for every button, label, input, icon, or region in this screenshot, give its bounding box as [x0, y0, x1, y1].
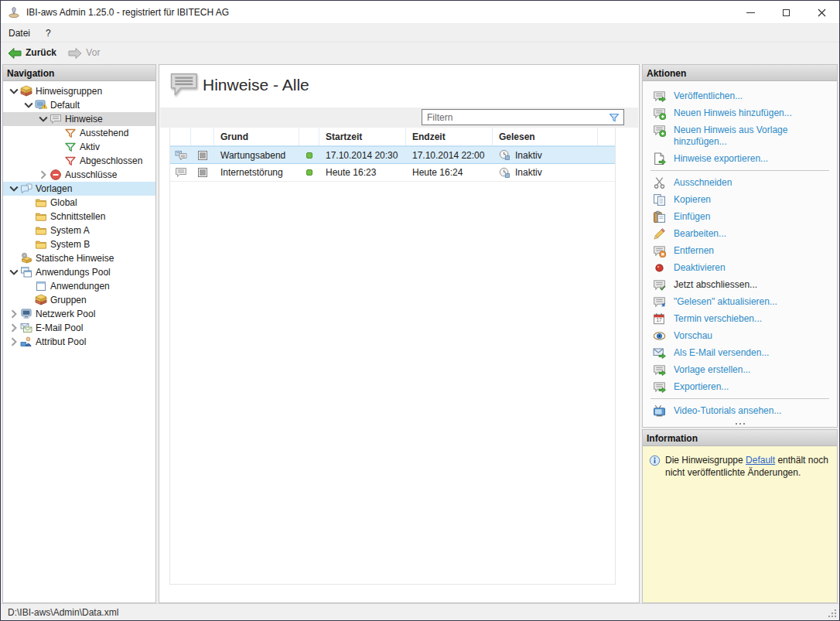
chevron-right-icon[interactable]: [8, 336, 20, 348]
default-group-link[interactable]: Default: [746, 455, 775, 466]
action-termin-verschieben[interactable]: 17Termin verschieben...: [643, 310, 837, 327]
action-hinweise-exportieren[interactable]: Hinweise exportieren...: [643, 150, 837, 167]
tree-item-label: Ausschlüsse: [65, 168, 120, 182]
tree-item-default[interactable]: Default: [3, 98, 155, 112]
chevron-right-icon[interactable]: [8, 308, 20, 320]
endzeit-cell: 17.10.2014 22:00: [406, 150, 493, 161]
person-desk-icon: [20, 336, 32, 348]
column-header-grund[interactable]: Grund: [214, 128, 299, 145]
close-button[interactable]: [804, 1, 839, 24]
tree-item-global[interactable]: Global: [3, 196, 155, 210]
action-kopieren[interactable]: Kopieren: [643, 191, 837, 208]
column-header-endzeit[interactable]: Endzeit: [406, 128, 493, 145]
menu-item-help[interactable]: ?: [38, 24, 59, 42]
filter-strip: [160, 107, 638, 128]
data-file-path: D:\IBI-aws\Admin\Data.xml: [8, 607, 118, 618]
maximize-button[interactable]: [768, 1, 804, 24]
action-gelesen-aktualisieren[interactable]: "Gelesen" aktualisieren...: [643, 293, 837, 310]
tree-item-hinweise[interactable]: Hinweise: [3, 112, 155, 126]
expander-spacer: [22, 224, 35, 237]
menu-item-datei[interactable]: Datei: [1, 24, 38, 42]
filter-input[interactable]: [427, 111, 603, 124]
action-neuen-hinweis-hinzufügen[interactable]: Neuen Hinweis hinzufügen...: [643, 104, 837, 121]
action-label: Deaktivieren: [674, 262, 726, 273]
action-vorlage-erstellen[interactable]: Vorlage erstellen...: [643, 361, 837, 378]
minimize-icon: [746, 12, 755, 13]
action-jetzt-abschliessen[interactable]: Jetzt abschliessen...: [643, 276, 837, 293]
resize-grip[interactable]: [827, 608, 837, 618]
tree-item-abgeschlossen[interactable]: Abgeschlossen: [3, 154, 155, 168]
tree-item-attribut-pool[interactable]: Attribut Pool: [3, 335, 155, 349]
tree-item-label: Default: [50, 98, 83, 112]
tree-item-aktiv[interactable]: Aktiv: [3, 140, 155, 154]
tree-item-e-mail-pool[interactable]: E-Mail Pool: [3, 321, 155, 335]
tree-item-vorlagen[interactable]: Vorlagen: [3, 182, 155, 196]
action-label: Neuen Hinweis hinzufügen...: [674, 107, 792, 118]
action-einfügen[interactable]: Einfügen: [643, 208, 837, 225]
column-header-blank[interactable]: [170, 128, 191, 145]
tree-item-statische-hinweise[interactable]: Statische Hinweise: [3, 251, 155, 265]
table-header-row: GrundStartzeitEndzeitGelesen: [170, 128, 615, 146]
chevron-down-icon[interactable]: [8, 266, 20, 278]
tree-item-anwendungen[interactable]: Anwendungen: [3, 279, 155, 293]
action-deaktivieren[interactable]: Deaktivieren: [643, 259, 837, 276]
status-bar: D:\IBI-aws\Admin\Data.xml: [1, 603, 839, 620]
gelesen-cell: Inaktiv: [493, 167, 598, 179]
column-header-gelesen[interactable]: Gelesen: [493, 128, 598, 145]
tree-item-ausschlüsse[interactable]: Ausschlüsse: [3, 168, 155, 182]
tree-item-hinweisgruppen[interactable]: Hinweisgruppen: [3, 84, 155, 98]
toolbar: Zurück Vor: [1, 43, 839, 63]
chevron-down-icon[interactable]: [22, 99, 35, 111]
chevron-down-icon[interactable]: [8, 183, 20, 195]
tree-item-label: Attribut Pool: [36, 335, 89, 349]
paste-icon: [653, 210, 666, 223]
tree-item-anwendungs-pool[interactable]: Anwendungs Pool: [3, 265, 155, 279]
navigation-tree: HinweisgruppenDefaultHinweiseAusstehendA…: [3, 81, 155, 602]
action-video-tutorials-ansehen[interactable]: Video-Tutorials ansehen...: [643, 402, 837, 419]
column-header-blank[interactable]: [191, 128, 214, 145]
expander-spacer: [22, 294, 35, 306]
navigation-panel-header: Navigation: [3, 65, 155, 81]
tree-item-gruppen[interactable]: Gruppen: [3, 293, 155, 307]
tree-item-system-a[interactable]: System A: [3, 223, 155, 237]
tree-item-label: Vorlagen: [36, 182, 75, 196]
information-body: Die Hinweisgruppe Default enthält noch n…: [643, 446, 837, 602]
bubble-gray-icon: [50, 113, 62, 125]
grund-cell: Internetstörung: [214, 167, 299, 178]
expander-spacer: [8, 252, 20, 264]
minimize-button[interactable]: [732, 1, 768, 24]
action-veröffentlichen[interactable]: Veröffentlichen...: [643, 87, 837, 104]
action-exportieren[interactable]: Exportieren...: [643, 378, 837, 395]
tree-item-system-b[interactable]: System B: [3, 237, 155, 251]
table-row-internetstörung[interactable]: InternetstörungHeute 16:23Heute 16:24Ina…: [170, 164, 615, 182]
mail-send-icon: [653, 346, 666, 360]
chevron-down-icon[interactable]: [37, 113, 50, 125]
forward-button[interactable]: Vor: [63, 43, 104, 63]
action-neuen-hinweis-aus-vorlage-hinzufügen[interactable]: Neuen Hinweis aus Vorlage hinzufügen...: [643, 121, 837, 150]
column-header-startzeit[interactable]: Startzeit: [319, 128, 406, 145]
notices-table: GrundStartzeitEndzeitGelesen Wartungsabe…: [169, 128, 616, 585]
folder-icon: [35, 210, 47, 223]
action-entfernen[interactable]: Entfernen: [643, 242, 837, 259]
tree-item-ausstehend[interactable]: Ausstehend: [3, 126, 155, 140]
tree-item-label: Anwendungen: [50, 279, 113, 293]
action-als-e-mail-versenden[interactable]: Als E-Mail versenden...: [643, 344, 837, 361]
chevron-right-icon[interactable]: [8, 322, 20, 334]
back-button[interactable]: Zurück: [3, 43, 61, 63]
table-row-wartungsabend[interactable]: Wartungsabend17.10.2014 20:3017.10.2014 …: [170, 146, 615, 164]
chevron-right-icon[interactable]: [37, 169, 50, 181]
bubble-refresh-icon: [653, 295, 666, 309]
column-header-blank[interactable]: [299, 128, 319, 145]
panel-splitter-handle[interactable]: [736, 423, 745, 425]
bubble-publish-icon: [653, 90, 666, 103]
action-label: Entfernen: [674, 245, 714, 256]
chevron-down-icon[interactable]: [8, 85, 20, 97]
row-type-cell: [170, 149, 191, 162]
action-vorschau[interactable]: Vorschau: [643, 327, 837, 344]
tree-item-schnittstellen[interactable]: Schnittstellen: [3, 210, 155, 223]
tree-item-netzwerk-pool[interactable]: Netzwerk Pool: [3, 307, 155, 321]
action-ausschneiden[interactable]: Ausschneiden: [643, 174, 837, 191]
tree-item-label: System A: [50, 223, 93, 237]
filter-funnel-icon[interactable]: [608, 111, 620, 124]
action-bearbeiten[interactable]: Bearbeiten...: [643, 225, 837, 242]
